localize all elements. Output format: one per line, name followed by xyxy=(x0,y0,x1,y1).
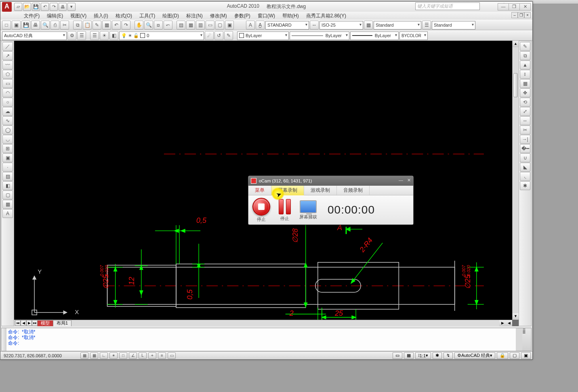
toolbar-lock-icon[interactable]: 🔒 xyxy=(497,352,508,359)
menu-help[interactable]: 帮助(H) xyxy=(281,12,301,20)
publish-icon[interactable]: ⎙ xyxy=(50,21,59,29)
ml-style-dropdown[interactable]: Standard xyxy=(432,21,475,29)
stretch-icon[interactable]: ↔ xyxy=(520,116,530,125)
text2-icon[interactable]: A̲ xyxy=(256,21,265,29)
revcloud-icon[interactable]: ☁ xyxy=(2,107,13,116)
zoom-prev-icon[interactable]: ⤺ xyxy=(164,21,172,29)
explode-icon[interactable]: ✱ xyxy=(520,181,530,190)
win-min-icon[interactable]: — xyxy=(498,3,509,10)
trim-icon[interactable]: ✂ xyxy=(520,126,530,134)
lwt-toggle[interactable]: ≡ xyxy=(158,352,166,359)
qat-new-icon[interactable]: ▱ xyxy=(14,3,22,11)
screen-icon[interactable] xyxy=(300,200,317,213)
polygon-icon[interactable]: ⬠ xyxy=(2,70,13,79)
win-close-icon[interactable]: ✕ xyxy=(519,3,531,10)
xline-icon[interactable]: ↗ xyxy=(2,51,13,60)
ocam-tab-record[interactable]: 屏幕录制 xyxy=(271,186,304,195)
mirror-icon[interactable]: ▲ xyxy=(520,61,530,69)
point-icon[interactable]: · xyxy=(2,163,13,172)
copy2-icon[interactable]: ⧉ xyxy=(520,51,530,60)
grid-toggle[interactable]: ▦ xyxy=(90,352,98,359)
zoom-rt-icon[interactable]: 🔍 xyxy=(144,21,153,29)
preview-icon[interactable]: 🔍 xyxy=(41,21,50,29)
print-icon[interactable]: 🖶 xyxy=(31,21,40,29)
pan-icon[interactable]: ✋ xyxy=(135,21,143,29)
qp-toggle[interactable]: ▭ xyxy=(168,352,176,359)
dim-icon[interactable]: ↔ xyxy=(310,21,319,29)
copy-icon[interactable]: ⧉ xyxy=(73,21,82,29)
dim-style-dropdown[interactable]: ISO-25 xyxy=(319,21,363,29)
mdi-close-icon[interactable]: × xyxy=(524,12,531,18)
qat-save-icon[interactable]: 💾 xyxy=(32,3,40,11)
join-icon[interactable]: ∪ xyxy=(520,153,530,162)
ellipsearc-icon[interactable]: ◡ xyxy=(2,135,13,144)
insert-icon[interactable]: ⊞ xyxy=(2,144,13,153)
mdi-restore-icon[interactable]: ❐ xyxy=(518,12,524,18)
ocam-stop[interactable]: 停止 xyxy=(252,198,270,222)
scrollbar-horizontal[interactable]: ⏮ ◀ ▶ ⏭ 模型 布局1 ▶ ◀ xyxy=(14,320,512,326)
text-icon[interactable]: A xyxy=(246,21,255,29)
cmd-grip[interactable] xyxy=(2,328,6,351)
scroll-up-icon[interactable]: ▲ xyxy=(513,41,519,47)
menu-yanxiu[interactable]: 燕秀工具箱2.86(Y) xyxy=(305,12,348,20)
spline-icon[interactable]: ∿ xyxy=(2,116,13,125)
qat-undo-icon[interactable]: ↶ xyxy=(41,3,49,11)
markup-icon[interactable]: ▢ xyxy=(215,21,224,29)
extend-icon[interactable]: →| xyxy=(520,135,530,144)
new-icon[interactable]: □ xyxy=(2,21,11,29)
layer-dropdown[interactable]: 💡 ☀ 🔓 0 xyxy=(119,31,204,40)
pause-icon[interactable] xyxy=(277,199,292,215)
move-icon[interactable]: ✥ xyxy=(520,88,530,97)
rect-icon[interactable]: ▭ xyxy=(2,79,13,88)
anno-auto-icon[interactable]: ↯ xyxy=(443,352,453,359)
qat-open-icon[interactable]: 📂 xyxy=(23,3,31,11)
dyn-toggle[interactable]: + xyxy=(148,352,156,359)
tab-layout1[interactable]: 布局1 xyxy=(53,320,71,326)
ocam-menu[interactable]: 菜单 xyxy=(248,186,271,195)
ocam-pause[interactable]: 停止 xyxy=(277,199,292,222)
undo-icon[interactable]: ↶ xyxy=(112,21,121,29)
menu-tools[interactable]: 工具(T) xyxy=(138,12,157,20)
ocam-close-icon[interactable]: ✕ xyxy=(407,178,411,183)
paste-icon[interactable]: 📋 xyxy=(83,21,92,29)
anno-vis-icon[interactable]: ✱ xyxy=(433,352,442,359)
ws-gear-icon[interactable]: ⚙ xyxy=(67,31,76,40)
table-draw-icon[interactable]: ▦ xyxy=(2,200,13,209)
title-bar[interactable]: A ▱ 📂 💾 ↶ ↷ 🖶 ▾ AutoCAD 2010 教程演示文件.dwg … xyxy=(0,2,532,12)
snap-toggle[interactable]: ▦ xyxy=(80,352,88,359)
plotstyle-dropdown[interactable]: BYCOLOR xyxy=(399,31,428,40)
acad-logo[interactable]: A xyxy=(2,2,12,12)
scroll-v-thumb[interactable] xyxy=(513,73,518,97)
hw-accel-icon[interactable]: ▢ xyxy=(510,352,519,359)
qat-print-icon[interactable]: 🖶 xyxy=(59,3,67,11)
cmd-text[interactable]: 命令: *取消* 命令: *取消* 命令: xyxy=(6,328,516,351)
open-icon[interactable]: ▣ xyxy=(12,21,21,29)
qat-more-icon[interactable]: ▾ xyxy=(67,3,76,11)
calc-icon[interactable]: ▣ xyxy=(225,21,234,29)
menu-file[interactable]: 文件(F) xyxy=(22,12,41,20)
save-icon[interactable]: 💾 xyxy=(21,21,30,29)
props-icon[interactable]: ▤ xyxy=(177,21,185,29)
menu-param[interactable]: 参数(P) xyxy=(233,12,252,20)
scroll-right-icon[interactable]: ▶ xyxy=(499,320,506,326)
polar-toggle[interactable]: ✶ xyxy=(109,352,118,359)
menu-modify[interactable]: 修改(M) xyxy=(208,12,229,20)
hatch-icon[interactable]: ▨ xyxy=(2,172,13,181)
tab-last-icon[interactable]: ⏭ xyxy=(32,320,38,326)
match-icon[interactable]: ✎ xyxy=(92,21,101,29)
gradient-icon[interactable]: ◧ xyxy=(2,181,13,190)
osnap-toggle[interactable]: □ xyxy=(119,352,127,359)
ocam-min-icon[interactable]: — xyxy=(399,178,403,183)
scroll-left-icon[interactable]: ◀ xyxy=(506,320,512,326)
tab-first-icon[interactable]: ⏮ xyxy=(15,320,21,326)
command-window[interactable]: 命令: *取消* 命令: *取消* 命令: ⣿ xyxy=(1,328,532,351)
cmd-resize-grip[interactable]: ⣿ xyxy=(522,328,531,351)
qat-redo-icon[interactable]: ↷ xyxy=(50,3,58,11)
pline-icon[interactable]: 〰 xyxy=(2,61,13,69)
ocam-tab-game[interactable]: 游戏录制 xyxy=(304,186,337,195)
tab-next-icon[interactable]: ▶ xyxy=(26,320,32,326)
linetype-dropdown[interactable]: ByLayer xyxy=(290,31,349,40)
offset-icon[interactable]: ⩉ xyxy=(520,70,530,79)
table-icon[interactable]: ▦ xyxy=(364,21,373,29)
ocam-window[interactable]: oCam (312, 60, 1431, 971) — ✕ 菜单 屏幕录制 游戏… xyxy=(248,176,414,225)
